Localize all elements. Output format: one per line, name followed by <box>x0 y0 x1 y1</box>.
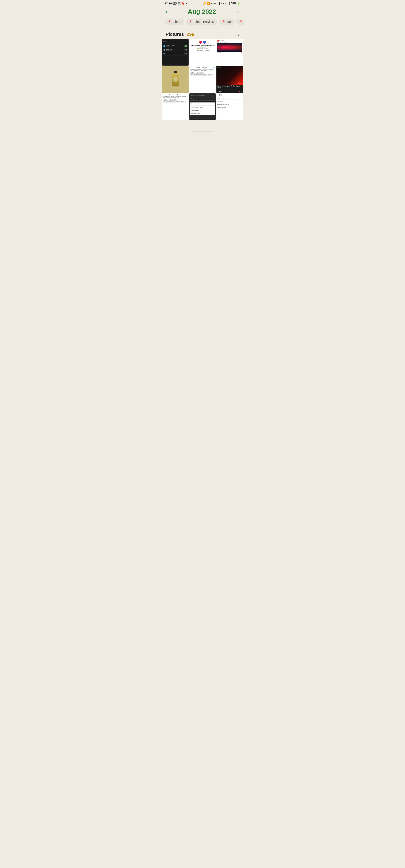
battery-percentage: 53% <box>231 2 236 5</box>
pictures-count: 296 <box>186 32 194 37</box>
time-display: 17:30 <box>165 2 172 5</box>
help-item-4: Support Requests › <box>217 106 242 109</box>
bottle-cap <box>174 71 177 73</box>
zoomit-views: 13,285 views <box>217 54 242 55</box>
photo-cell-9[interactable]: ← Help Report a Problem › Help Center › … <box>216 93 243 120</box>
bottle-label: BENICE <box>173 77 178 82</box>
zoomit-days: 2 days ago · See translation <box>217 42 242 43</box>
bottom-bar <box>162 128 243 134</box>
report2-buttons: Gallery Take screenshot <box>163 99 188 100</box>
page-title: Aug 2022 <box>188 8 216 15</box>
ryzen-tag: TECH NEWS <box>218 88 242 89</box>
help-header: ← Help <box>217 94 242 96</box>
photo-cell-5[interactable]: ← Report a problem Submit The feature of… <box>189 66 215 93</box>
key-icon: 🔑 <box>203 2 206 5</box>
help-back-icon: ← <box>217 94 219 96</box>
dd-white-item-3: Send feedback <box>190 109 215 112</box>
gallery-btn: Gallery <box>190 72 195 73</box>
report-text: The feature of "Update messaging" is not… <box>190 69 215 71</box>
ryzen-brand: AMDRYZEN <box>238 82 242 84</box>
zoomit-actions: ♡💬✉🔖 <box>217 52 242 53</box>
ig-icons <box>199 40 206 44</box>
signal-bars-1: ▐ <box>218 2 220 5</box>
help-item-1: Report a Problem › <box>217 97 242 100</box>
help-title: Help <box>220 94 223 96</box>
location-icon-iran: 📍 <box>222 20 226 23</box>
lte2-indicator: VoLTE2 <box>221 2 228 4</box>
chip-label-tehran-province: Tehran Province <box>193 20 214 23</box>
ig-feature-1: 😊 React with any emoji <box>197 48 208 49</box>
pictures-label: Pictures <box>166 32 184 37</box>
photo-cell-6[interactable]: AMDRYZEN ⊕ ZOOMIT Ryzen 7000؛ زودتر از ا… <box>216 66 243 93</box>
zoomit-username: thezoomit <box>219 40 224 41</box>
help-item-3: Privacy and Security Help › <box>217 103 242 106</box>
notification-count: 53 <box>173 2 176 5</box>
help-item-2: Help Center › <box>217 100 242 103</box>
location-icon-tehran-province: 📍 <box>189 20 192 23</box>
screenshot-btn: Take screenshot <box>196 72 204 73</box>
chip-more[interactable]: 📍 <box>236 19 243 25</box>
report2-submit: Submit <box>184 94 188 95</box>
status-left: 17:30 53 🖼 🔖 <box>165 2 187 5</box>
dark-ss-item-2: Galaxy Buds2 Disconnected <box>164 48 187 52</box>
ig-circle-logo <box>199 40 202 44</box>
dd-white-item-2: Report spam or abuse <box>190 105 215 109</box>
juice-hand: BENICE <box>172 73 179 87</box>
zoomit-avatar: ZZ <box>217 40 219 41</box>
photo-cell-3[interactable]: ZZ thezoomit ⋮ 2 days ago · See translat… <box>216 39 243 66</box>
dark-ss-item-1: Galaxy S21 FE 5G This phone <box>164 44 187 48</box>
ig-post-title: There's a New Way to Message on Instagra… <box>190 45 215 48</box>
screenshot-btn-2: Take screenshot <box>169 99 177 100</box>
zoomit-image <box>217 43 242 52</box>
photo-cell-1[interactable]: Reset PINSet on Aug 25, 13:38 Galaxy S21… <box>162 39 189 66</box>
photo-cell-2[interactable]: There's a New Way to Message on Instagra… <box>189 39 215 66</box>
gallery-icon: 🖼 <box>177 2 180 5</box>
status-right: 🔑 📶 VoLTE1 ▐ VoLTE2 ▐ 53% 🔋 <box>203 2 240 5</box>
close-button[interactable]: × <box>236 9 239 14</box>
photo-cell-4[interactable]: BENICE <box>162 66 189 93</box>
chip-label-iran: Iran <box>227 20 232 23</box>
dark-ss-item-3: Mohammad Hossein's Watch5 Pro <box>164 52 187 56</box>
dark-ss-title: Reset PINSet on Aug 25, 13:38 <box>164 40 187 43</box>
ryzen-title: Ryzen 7000؛ زودتر از اینتل پا به نسل جدی… <box>218 85 242 88</box>
dot-indicator <box>185 3 187 4</box>
photo-cell-7[interactable]: ← Report a problem Submit The feature of… <box>162 93 189 120</box>
report2-text: The feature of "Update messaging" is not… <box>163 96 188 98</box>
report-buttons: Gallery Take screenshot <box>190 72 215 73</box>
photo-grid: Reset PINSet on Aug 25, 13:38 Galaxy S21… <box>162 39 243 120</box>
report-header: ← Report a problem Submit <box>190 67 215 68</box>
location-icon-tehran: 📍 <box>168 20 171 23</box>
chip-tehran-province[interactable]: 📍 Tehran Province <box>186 19 218 25</box>
pictures-arrow[interactable]: › <box>238 32 239 37</box>
ig-messenger-logo <box>203 40 206 44</box>
gallery-btn-2: Gallery <box>163 99 168 100</box>
chip-iran[interactable]: 📍 Iran <box>219 19 235 25</box>
battery-icon: 🔋 <box>237 2 240 5</box>
page-header: ‹ Aug 2022 × <box>162 6 243 17</box>
ryzen-actions: ♡💬✉🔖 <box>216 90 243 92</box>
report2-footer: Please only leave feedback about Instagr… <box>163 101 188 104</box>
zoomit-header: ZZ thezoomit ⋮ <box>217 40 242 41</box>
wifi-icon: 📶 <box>207 2 210 5</box>
dd-white-item-1: Report a problem <box>190 102 215 105</box>
location-icon-more: 📍 <box>239 20 242 23</box>
bottom-home-indicator <box>192 131 213 132</box>
ig-feature-2: ↩ Swipe to reply to messages <box>196 50 210 51</box>
dd-separator <box>190 101 215 102</box>
report-submit: Submit <box>211 67 215 68</box>
juice-bg: BENICE <box>162 66 189 93</box>
signal-bars-2: ▐ <box>228 2 230 5</box>
report2-header: ← Report a problem Submit <box>163 94 188 95</box>
ryzen-text: Ryzen 7000؛ زودتر از اینتل پا به نسل جدی… <box>216 85 243 90</box>
photo-cell-8[interactable]: Privacy and Security Help › Support Requ… <box>189 93 215 120</box>
dd-white-section: Report a problem Report spam or abuse Se… <box>190 102 215 115</box>
pictures-title-group: Pictures 296 <box>166 32 194 37</box>
ryzen-background: AMDRYZEN ⊕ ZOOMIT <box>216 66 243 85</box>
nfc-icon: 🔖 <box>181 2 185 5</box>
lte1-indicator: VoLTE1 <box>211 2 218 4</box>
location-chips-container: 📍 Tehran 📍 Tehran Province 📍 Iran 📍 <box>162 17 243 27</box>
dd-item-support: Support Requests › <box>190 97 215 100</box>
dd-item-privacy: Privacy and Security Help › <box>190 94 215 97</box>
back-button[interactable]: ‹ <box>166 9 167 14</box>
chip-tehran[interactable]: 📍 Tehran <box>165 19 184 25</box>
